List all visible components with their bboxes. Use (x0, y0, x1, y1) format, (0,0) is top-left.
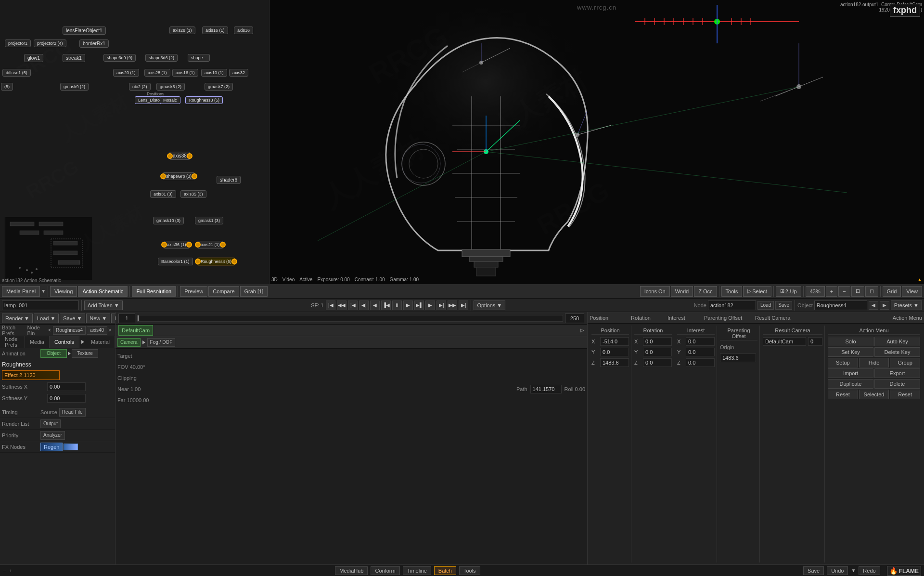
next-object-btn[interactable]: ▶ (880, 301, 889, 310)
node-gmask1[interactable]: gmask1 (3) (195, 217, 223, 224)
transport-play[interactable]: ▶ (403, 301, 413, 310)
transport-fwd[interactable]: ▶ (425, 301, 435, 310)
result-cam-input[interactable] (763, 337, 806, 346)
minus-icon[interactable]: − (3, 568, 6, 574)
node-shape-x[interactable]: shape... (188, 54, 210, 62)
controls-tab[interactable]: Controls (50, 336, 79, 348)
selected-btn[interactable]: Selected (859, 390, 889, 399)
current-frame-input[interactable] (118, 314, 135, 323)
action-schematic-btn[interactable]: Action Schematic (78, 286, 128, 297)
aspect-btn[interactable]: ◻ (865, 286, 878, 297)
duplicate-btn[interactable]: Duplicate (828, 379, 873, 389)
select-btn[interactable]: ▷ Select (743, 286, 771, 297)
zoom-btn[interactable]: 43% (806, 286, 825, 297)
node-axis32[interactable]: axis32 (229, 69, 248, 77)
save-bottom-btn[interactable]: Save (803, 566, 824, 575)
pos-y-input[interactable] (600, 348, 629, 356)
set-key-btn[interactable]: Set Key (828, 347, 873, 357)
node-mosaic[interactable]: Mosaic (160, 96, 180, 104)
full-resolution-btn[interactable]: Full Resolution (132, 286, 176, 297)
pos-x-input[interactable] (600, 337, 629, 346)
node-shapegrp[interactable]: shapeGrp (3) (163, 172, 195, 180)
solo-btn[interactable]: Solo (828, 337, 873, 346)
node-5[interactable]: (5) (1, 83, 13, 91)
timeline-btn[interactable]: Timeline (403, 566, 431, 575)
plus-icon[interactable]: + (9, 568, 12, 574)
object-btn[interactable]: Object (40, 349, 67, 358)
grab-btn[interactable]: Grab [1] (240, 286, 268, 297)
transport-next-key[interactable]: ▶▶ (448, 301, 457, 310)
load-node-btn[interactable]: Load (757, 301, 774, 310)
transport-start[interactable]: |◀ (326, 301, 335, 310)
node-canvas[interactable]: lensFlareObject1 projector1 projector2 (… (0, 0, 269, 284)
rot-z-input[interactable] (643, 358, 672, 367)
import-btn[interactable]: Import (828, 368, 873, 378)
rot-y-input[interactable] (643, 348, 672, 356)
node-shader6[interactable]: shader6 (217, 176, 241, 184)
icons-on-btn[interactable]: Icons On (640, 286, 670, 297)
two-up-btn[interactable]: ⊞ 2-Up (776, 286, 801, 297)
node-axis31[interactable]: axis31 (3) (150, 190, 176, 198)
node-shape3d6[interactable]: shape3d6 (2) (145, 54, 178, 62)
media-hub-btn[interactable]: MediaHub (335, 566, 368, 575)
node-lensflareobject1[interactable]: lensFlareObject1 (63, 26, 106, 35)
object-name-input[interactable] (814, 301, 867, 310)
transport-prev-key[interactable]: ◀◀ (337, 301, 346, 310)
compare-btn[interactable]: Compare (208, 286, 239, 297)
node-axis10[interactable]: axis10 (1) (201, 69, 227, 77)
reset-btn[interactable]: Reset (828, 390, 858, 399)
media-panel-btn[interactable]: Media Panel (2, 286, 40, 297)
transport-pause[interactable]: ⏸ (392, 301, 402, 310)
int-z-input[interactable] (686, 358, 715, 367)
redo-btn[interactable]: Redo (859, 566, 880, 575)
conform-btn[interactable]: Conform (371, 566, 399, 575)
node-name-input[interactable] (708, 301, 756, 310)
zoom-in-btn[interactable]: + (826, 286, 837, 297)
transport-step-back[interactable]: ◀| (359, 301, 369, 310)
rot-x-input[interactable] (643, 337, 672, 346)
timeline-bar[interactable] (137, 315, 563, 322)
add-token-btn[interactable]: Add Token ▼ (84, 301, 123, 310)
softness-y-input[interactable] (47, 394, 86, 403)
transport-step-back2[interactable]: ▐◀ (381, 301, 391, 310)
node-axis28-b[interactable]: axis28 (1) (144, 69, 170, 77)
node-streak1[interactable]: streak1 (63, 54, 85, 62)
regen-btn[interactable]: Regen (40, 443, 63, 451)
node-editor[interactable]: RRCG 人人素材 RRCG 人人素材 (0, 0, 270, 284)
origin-val-input[interactable] (720, 353, 756, 362)
new-btn[interactable]: New ▼ (86, 314, 110, 323)
view-btn[interactable]: View (902, 286, 922, 297)
material-tab[interactable]: Material (86, 336, 115, 348)
node-axis28-1[interactable]: axis28 (1) (169, 26, 195, 34)
preview-btn[interactable]: Preview (180, 286, 207, 297)
node-projector1[interactable]: projector1 (5, 39, 31, 47)
texture-btn[interactable]: Texture (72, 349, 98, 358)
node-roughness4[interactable]: Roughness4 (5) (197, 258, 235, 265)
node-gmask10[interactable]: gmask10 (3) (153, 217, 184, 224)
roughness4-btn[interactable]: Roughness4 (53, 326, 86, 335)
default-cam-tab[interactable]: DefaultCam (118, 325, 153, 336)
zoom-out-btn[interactable]: − (838, 286, 850, 297)
z-occ-btn[interactable]: Z Occ (694, 286, 717, 297)
node-roughness3[interactable]: Roughness3 (5) (185, 96, 223, 104)
node-axis38[interactable]: axis38 (169, 152, 190, 160)
transport-prev[interactable]: |◀ (348, 301, 358, 310)
media-tab[interactable]: Media (25, 336, 50, 348)
grid-btn[interactable]: Grid (883, 286, 901, 297)
int-y-input[interactable] (686, 348, 715, 356)
save-node-btn[interactable]: Save (775, 301, 792, 310)
effect-input[interactable] (2, 370, 60, 380)
node-axis21[interactable]: axis21 (1) (197, 241, 223, 249)
node-axis16-c[interactable]: axis16 (1) (172, 69, 198, 77)
transport-end[interactable]: ▶| (459, 301, 468, 310)
node-glow1[interactable]: glow1 (24, 54, 43, 62)
export-btn[interactable]: Export (874, 368, 920, 378)
cam-expand[interactable]: ▷ (580, 327, 584, 333)
node-axis16-1[interactable]: axis16 (1) (202, 26, 228, 34)
fog-dof-btn[interactable]: Fog / DOF (147, 338, 176, 347)
node-borderrx1[interactable]: borderRx1 (79, 39, 109, 48)
node-basecolor1[interactable]: Basecolor1 (1) (158, 258, 193, 265)
camera-btn[interactable]: Camera (117, 338, 141, 347)
int-x-input[interactable] (686, 337, 715, 346)
node-nbi2[interactable]: nbi2 (2) (129, 83, 151, 91)
